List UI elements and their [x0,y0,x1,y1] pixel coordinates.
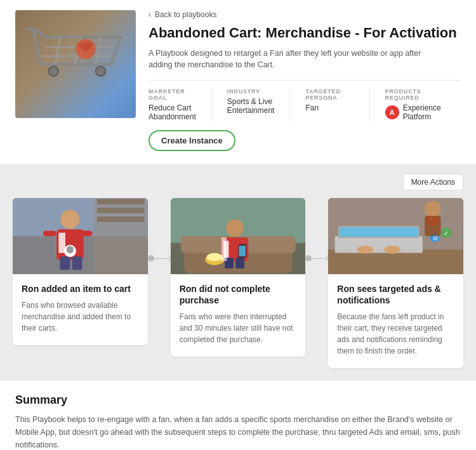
meta-industry: INDUSTRY Sports & Live Entertainment [227,88,291,121]
meta-targeted-persona: TARGETED PERSONA Fan [305,88,369,121]
svg-rect-18 [72,256,83,270]
svg-line-0 [55,37,60,64]
step-image-3: ! ✓ @ [328,198,463,274]
svg-rect-11 [97,199,144,205]
svg-point-47 [357,246,374,254]
conn-dot-1 [148,255,154,261]
svg-rect-35 [221,237,227,261]
svg-rect-38 [335,236,423,253]
step-image-2 [171,198,306,274]
svg-rect-12 [97,208,144,213]
actions-row: More Actions [13,174,463,190]
step-body-3: Ron sees targeted ads & notifications Be… [328,274,463,368]
step-title-1: Ron added an item to cart [22,283,139,294]
svg-rect-37 [328,249,463,274]
back-to-playbooks-link[interactable]: ‹ Back to playbooks [149,10,461,19]
svg-point-32 [206,253,223,261]
summary-section: Summary This Playbook helps to re-engage… [0,381,476,450]
top-section: ‹ Back to playbooks Abandoned Cart: Merc… [0,0,476,164]
step-title-2: Ron did not complete purchase [180,283,297,306]
step-title-3: Ron sees targeted ads & notifications [337,283,454,306]
step-card-3: ! ✓ @ Ron sees targeted ads & notificati… [328,198,463,368]
meta-row: MARKETER GOAL Reduce Cart Abandonment IN… [149,80,461,121]
svg-rect-30 [239,246,246,256]
summary-text: This Playbook helps to re-engage with a … [15,413,461,450]
svg-rect-20 [79,231,92,237]
svg-rect-19 [43,231,56,237]
content-area: ‹ Back to playbooks Abandoned Cart: Merc… [149,10,461,151]
svg-point-48 [385,246,401,254]
back-link-label: Back to playbooks [155,10,216,19]
hero-image [15,10,136,118]
step-body-2: Ron did not complete purchase Fans who w… [171,274,306,357]
back-chevron-icon: ‹ [149,10,151,19]
svg-point-6 [96,66,106,76]
svg-point-5 [48,66,58,76]
steps-row: Ron added an item to cart Fans who brows… [13,198,463,368]
meta-marketer-goal: MARKETER GOAL Reduce Cart Abandonment [149,88,212,121]
svg-point-14 [60,210,79,229]
svg-rect-50 [425,216,441,236]
main-content: More Actions [0,164,476,381]
conn-dot-2 [305,255,312,261]
step-desc-2: Fans who were then interrupted and 30 mi… [180,311,297,345]
connector-2 [305,198,328,261]
step-desc-3: Because the fans left product in their c… [337,311,454,357]
svg-line-2 [96,37,101,64]
step-card-2: Ron did not complete purchase Fans who w… [171,198,306,357]
svg-rect-13 [97,216,144,222]
step-desc-1: Fans who browsed available merchandise a… [22,300,139,334]
marketer-goal-value: Reduce Cart Abandonment [149,103,196,121]
svg-text:✓: ✓ [444,230,449,237]
targeted-persona-label: TARGETED PERSONA [305,88,354,101]
industry-value: Sports & Live Entertainment [227,97,275,115]
summary-title: Summary [15,394,461,407]
create-instance-button[interactable]: Create Instance [149,130,235,151]
experience-platform-icon: A [385,105,399,119]
targeted-persona-value: Fan [305,103,354,112]
products-required-label: PRODUCTS REQUIRED [385,88,446,101]
playbook-title: Abandoned Cart: Merchandise - For Activa… [149,24,461,43]
step-body-1: Ron added an item to cart Fans who brows… [13,274,148,345]
industry-label: INDUSTRY [227,88,275,95]
meta-products-required: PRODUCTS REQUIRED A Experience Platform [385,88,461,121]
marketer-goal-label: MARKETER GOAL [149,88,196,101]
svg-point-26 [226,220,244,237]
products-required-value: A Experience Platform [385,103,446,121]
step-card-1: Ron added an item to cart Fans who brows… [13,198,148,345]
connector-1 [148,198,171,261]
playbook-description: A Playbook designed to retarget a Fan af… [149,48,421,72]
products-required-name: Experience Platform [403,103,446,121]
step-image-1 [13,198,148,274]
svg-rect-40 [340,227,418,237]
svg-rect-34 [235,258,244,268]
more-actions-button[interactable]: More Actions [403,174,463,190]
svg-point-49 [425,201,441,218]
svg-rect-17 [60,256,70,270]
